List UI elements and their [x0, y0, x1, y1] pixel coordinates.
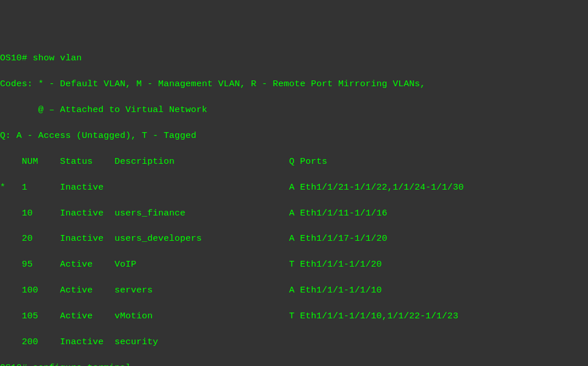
table-row: 10 Inactive users_finance A Eth1/1/11-1/… [0, 207, 588, 219]
command: show vlan [33, 53, 82, 63]
terminal-line: @ – Attached to Virtual Network [0, 103, 588, 116]
table-row: * 1 Inactive A Eth1/1/21-1/1/22,1/1/24-1… [0, 181, 588, 194]
table-header: NUM Status Description Q Ports [0, 155, 588, 168]
terminal-line: Q: A - Access (Untagged), T - Tagged [0, 129, 588, 142]
prompt: OS10# [0, 363, 33, 366]
prompt: OS10# [0, 53, 33, 63]
terminal-line: OS10# configure terminal [0, 361, 588, 366]
command: configure terminal [33, 363, 131, 366]
table-row: 20 Inactive users_developers A Eth1/1/17… [0, 232, 588, 245]
table-row: 105 Active vMotion T Eth1/1/1-1/1/10,1/1… [0, 310, 588, 322]
table-row: 95 Active VoIP T Eth1/1/1-1/1/20 [0, 258, 588, 271]
terminal-line: OS10# show vlan [0, 52, 588, 64]
table-row: 200 Inactive security [0, 336, 588, 348]
table-row: 100 Active servers A Eth1/1/1-1/1/10 [0, 284, 588, 296]
terminal-line: Codes: * - Default VLAN, M - Management … [0, 78, 588, 90]
